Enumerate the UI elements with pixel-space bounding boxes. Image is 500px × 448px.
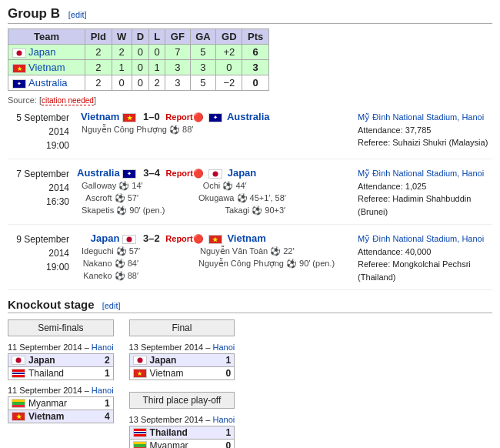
vn-flag-icon (12, 64, 26, 73)
report-link[interactable]: Report🔴 (165, 234, 203, 243)
report-link[interactable]: Report🔴 (166, 169, 204, 178)
scorers-row: Nakano ⚽ 84′Nguyễn Công Phượng ⚽ 90′ (pe… (77, 257, 350, 269)
bracket-team-row: Japan2 (8, 353, 114, 367)
bracket-team-name: Japan (150, 355, 223, 366)
match-teams-line: Japan 3–2 Report🔴 Vietnam (77, 232, 350, 244)
bracket-date: 13 September 2014 – Hanoi (129, 343, 235, 352)
match-venue: Mỹ Đình National Stadium, HanoiAttendanc… (350, 232, 492, 283)
bracket-location-link[interactable]: Hanoi (212, 415, 235, 424)
th-flag-icon (12, 369, 25, 378)
home-team-link[interactable]: Vietnam (81, 111, 119, 122)
bracket-score: 4 (105, 411, 110, 422)
bracket-team-row: Vietnam4 (8, 410, 114, 423)
team-link-japan[interactable]: Japan (28, 46, 55, 58)
away-team-link[interactable]: Japan (228, 167, 257, 179)
semifinal-match: 11 September 2014 – HanoiJapan2Thailand1 (8, 343, 114, 380)
final-match: 13 September 2014 – HanoiJapan1Vietnam0 (129, 343, 235, 380)
match-away-team: Japan (208, 167, 270, 179)
team-link-australia[interactable]: Australia (28, 77, 68, 89)
scorers-row: Kaneko ⚽ 88′ (77, 269, 350, 281)
bracket-team-row: Japan1 (129, 353, 235, 367)
th-flag-icon (133, 428, 147, 437)
scorers-row: Ascroft ⚽ 57′Okugawa ⚽ 45+1′, 58′ (77, 192, 350, 203)
bracket-team-row: Thailand1 (8, 366, 114, 380)
bracket-location-link[interactable]: Hanoi (212, 343, 235, 352)
scorers-row: Skapetis ⚽ 90′ (pen.)Takagi ⚽ 90+3′ (77, 204, 350, 216)
away-team-link[interactable]: Australia (227, 111, 270, 122)
team-cell: Japan (8, 45, 85, 60)
scorers-row: Ideguchi ⚽ 57′Nguyễn Văn Toàn ⚽ 22′ (77, 245, 350, 256)
bracket-score: 1 (105, 368, 110, 379)
match-venue: Mỹ Đình National Stadium, HanoiAttendanc… (350, 111, 492, 149)
venue-link[interactable]: Mỹ Đình National Stadium, Hanoi (358, 234, 484, 243)
final-header: Final (129, 319, 235, 336)
final-column: Final 13 September 2014 – HanoiJapan1Vie… (129, 319, 235, 448)
match-row: 7 September 201416:30Australia 3–4 Repor… (8, 167, 492, 225)
bracket-team-name: Japan (28, 355, 102, 366)
au-flag-icon (208, 113, 222, 122)
vn-flag-icon (208, 235, 222, 244)
venue-link[interactable]: Mỹ Đình National Stadium, Hanoi (358, 169, 484, 178)
match-teams-line: Vietnam 1–0 Report🔴 Australia (77, 111, 350, 122)
semifinals-column: Semi-finals 11 September 2014 – HanoiJap… (8, 319, 114, 429)
knockout-title: Knockout stage [edit] (8, 298, 492, 313)
group-b-edit[interactable]: [edit] (68, 10, 87, 19)
away-team-link[interactable]: Vietnam (227, 232, 265, 244)
match-score: 3–2 Report🔴 (143, 232, 204, 244)
vn-flag-icon (12, 412, 25, 421)
knockout-container: Semi-finals 11 September 2014 – HanoiJap… (8, 319, 492, 448)
jp-flag-icon (12, 48, 26, 58)
jp-flag-icon (208, 169, 222, 179)
vn-flag-icon (122, 113, 136, 122)
team-cell: Vietnam (8, 60, 85, 75)
semifinal-match: 11 September 2014 – HanoiMyanmar1Vietnam… (8, 386, 114, 423)
bracket-score: 2 (105, 355, 110, 366)
bracket-date: 13 September 2014 – Hanoi (129, 415, 235, 424)
au-flag-icon (12, 79, 26, 89)
jp-flag-icon (122, 235, 136, 244)
group-b-title: Group B [edit] (8, 6, 492, 24)
pts-cell: 0 (242, 75, 269, 91)
match-date: 9 September 201419:00 (8, 232, 77, 274)
mm-flag-icon (12, 399, 25, 408)
bracket-date: 11 September 2014 – Hanoi (8, 386, 114, 395)
venue-link[interactable]: Mỹ Đình National Stadium, Hanoi (358, 112, 484, 122)
match-score: 3–4 Report🔴 (143, 167, 204, 179)
match-away-team: Vietnam (208, 232, 270, 244)
team-cell: Australia (8, 75, 85, 91)
bracket-team-row: Myanmar0 (129, 439, 235, 448)
home-team-link[interactable]: Japan (91, 232, 120, 244)
match-teams-line: Australia 3–4 Report🔴 Japan (77, 167, 350, 179)
third-place-header: Third place play-off (129, 392, 235, 409)
home-team-link[interactable]: Australia (77, 167, 120, 179)
match-date: 5 September 201419:00 (8, 111, 77, 152)
semifinals-header: Semi-finals (8, 319, 114, 336)
vn-flag-icon (133, 369, 147, 378)
bracket-score: 1 (105, 398, 110, 409)
bracket-team-name: Myanmar (150, 440, 223, 448)
bracket-score: 1 (226, 355, 232, 366)
match-score: 1–0 Report🔴 (143, 111, 204, 122)
bracket-team-row: Thailand1 (129, 426, 235, 440)
match-home-team: Vietnam (77, 111, 138, 122)
source-note: Source: [citation needed] (8, 95, 492, 105)
bracket-score: 0 (226, 368, 232, 379)
bracket-location-link[interactable]: Hanoi (92, 386, 114, 395)
team-link-vietnam[interactable]: Vietnam (28, 62, 65, 73)
scorers-row: Galloway ⚽ 14′Ochi ⚽ 44′ (77, 179, 350, 191)
report-link[interactable]: Report🔴 (165, 112, 203, 122)
match-row: 9 September 201419:00Japan 3–2 Report🔴 V… (8, 232, 492, 290)
match-home-team: Japan (77, 232, 138, 244)
bracket-team-row: Vietnam0 (129, 366, 235, 380)
match-venue: Mỹ Đình National Stadium, HanoiAttendanc… (350, 167, 492, 218)
au-flag-icon (122, 169, 136, 179)
pts-cell: 3 (242, 60, 269, 75)
bracket-date: 11 September 2014 – Hanoi (8, 343, 114, 352)
bracket-team-row: Myanmar1 (8, 396, 114, 410)
knockout-edit[interactable]: [edit] (102, 301, 121, 310)
match-row: 5 September 201419:00Vietnam 1–0 Report🔴… (8, 111, 492, 159)
jp-flag-icon (133, 356, 147, 365)
jp-flag-icon (12, 356, 25, 365)
bracket-team-name: Thailand (28, 368, 102, 379)
bracket-location-link[interactable]: Hanoi (92, 343, 114, 352)
